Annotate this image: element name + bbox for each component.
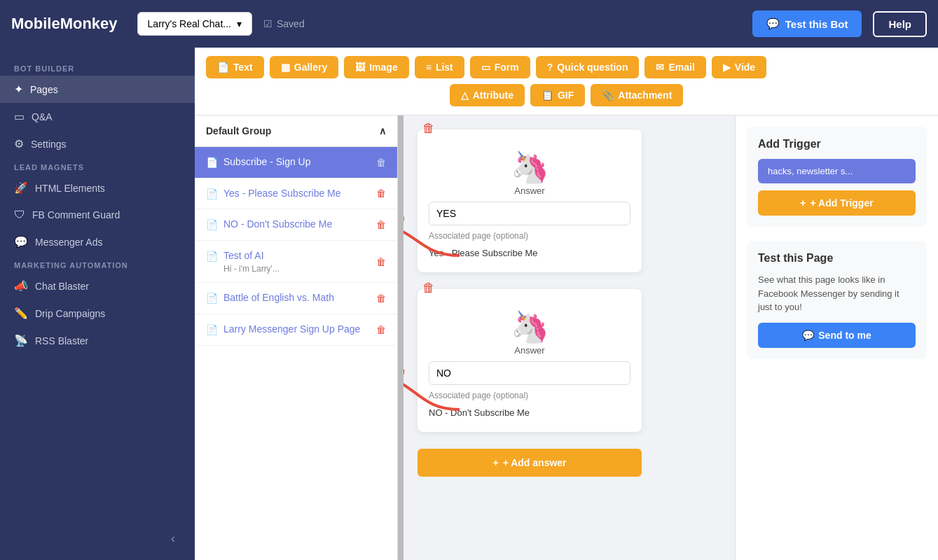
answer-block-yes: 🗑 🦄 Answer Associated page (optional) Ye… — [418, 130, 642, 272]
sidebar-item-rss-blaster[interactable]: 📡 RSS Blaster — [0, 327, 195, 354]
sidebar-item-html-elements[interactable]: 🚀 HTML Elements — [0, 174, 195, 202]
delete-page-icon[interactable]: 🗑 — [376, 188, 386, 199]
pages-panel: Default Group ∧ 📄 Subscribe - Sign Up 🗑 … — [195, 115, 398, 560]
sidebar-item-fb-comment[interactable]: 🛡 FB Comment Guard — [0, 202, 195, 228]
text-icon: 📄 — [217, 62, 229, 73]
toolbar-video-btn[interactable]: ▶ Vide — [712, 56, 766, 78]
answer-emoji-2: 🦄 — [511, 309, 549, 344]
toolbar-attachment-btn[interactable]: 📎 Attachment — [591, 84, 683, 106]
delete-page-icon[interactable]: 🗑 — [376, 157, 386, 168]
delete-page-icon[interactable]: 🗑 — [376, 324, 386, 335]
associated-value-2: NO - Don't Subscribe Me — [429, 405, 630, 421]
test-page-title: Test this Page — [758, 252, 916, 265]
sidebar-collapse-btn[interactable]: ‹ — [171, 531, 175, 546]
shield-icon: 🛡 — [14, 209, 25, 221]
delete-page-icon[interactable]: 🗑 — [376, 219, 386, 230]
sidebar-item-qa[interactable]: ▭ Q&A — [0, 103, 195, 130]
qa-icon: ▭ — [14, 110, 25, 123]
sidebar-item-drip-campaigns[interactable]: ✏️ Drip Campaigns — [0, 300, 195, 327]
delete-answer-icon-2[interactable]: 🗑 — [422, 281, 435, 295]
page-label: Subscribe - Sign Up — [223, 155, 311, 169]
html-icon: 🚀 — [14, 181, 28, 195]
toolbar-form-btn[interactable]: ▭ Form — [470, 56, 530, 78]
messenger-icon: 💬 — [766, 18, 780, 30]
settings-icon: ⚙ — [14, 137, 24, 150]
gif-icon: 📋 — [542, 90, 553, 101]
sidebar: BOT BUILDER ✦ Pages ▭ Q&A ⚙ Settings LEA… — [0, 48, 195, 560]
answer-block-2-wrapper: 🗑 🦄 Answer Associated page (optional) NO… — [418, 289, 721, 432]
page-label: Battle of English vs. Math — [223, 291, 334, 305]
email-icon: ✉ — [656, 62, 664, 73]
content-area: 📄 Text ▦ Gallery 🖼 Image ≡ List ▭ Form ? — [195, 48, 938, 560]
trigger-chip[interactable]: hacks, newsletter s... — [758, 159, 916, 183]
app-logo: MobileMonkey — [11, 15, 118, 33]
test-bot-button[interactable]: 💬 Test this Bot — [752, 10, 862, 37]
sidebar-item-messenger-ads[interactable]: 💬 Messenger Ads — [0, 228, 195, 255]
toolbar: 📄 Text ▦ Gallery 🖼 Image ≡ List ▭ Form ? — [195, 48, 938, 115]
page-label: Larry Messenger Sign Up Page — [223, 323, 360, 337]
group-label: Default Group — [206, 125, 271, 136]
help-button[interactable]: Help — [873, 11, 927, 37]
vertical-divider — [398, 115, 404, 560]
answer-emoji-1: 🦄 — [511, 150, 549, 184]
default-group-header[interactable]: Default Group ∧ — [195, 115, 397, 147]
trigger-section-title: Add Trigger — [758, 138, 916, 150]
page-item-subscribe-sign-up[interactable]: 📄 Subscribe - Sign Up 🗑 — [195, 147, 397, 178]
sidebar-item-chat-blaster[interactable]: 📣 Chat Blaster — [0, 272, 195, 300]
test-page-description: See what this page looks like in Faceboo… — [758, 273, 916, 314]
page-label: Test of AI — [223, 249, 280, 263]
answer-label-1: Answer — [429, 186, 630, 196]
page-icon: 📄 — [206, 293, 218, 304]
sidebar-item-pages[interactable]: ✦ Pages — [0, 76, 195, 103]
toolbar-attribute-btn[interactable]: △ Attribute — [450, 84, 525, 106]
answer-label-2: Answer — [429, 345, 630, 356]
toolbar-text-btn[interactable]: 📄 Text — [206, 56, 264, 78]
plus-icon: + — [800, 197, 806, 209]
answer-input-yes[interactable] — [429, 202, 630, 225]
marketing-automation-label: MARKETING AUTOMATION — [0, 255, 195, 272]
toolbar-list-btn[interactable]: ≡ List — [415, 56, 464, 78]
main-layout: BOT BUILDER ✦ Pages ▭ Q&A ⚙ Settings LEA… — [0, 48, 938, 560]
page-icon: 📄 — [206, 324, 218, 335]
associated-label-1: Associated page (optional) — [429, 231, 630, 241]
toolbar-image-btn[interactable]: 🖼 Image — [344, 56, 408, 78]
page-item-larry-sign-up[interactable]: 📄 Larry Messenger Sign Up Page 🗑 — [195, 314, 397, 346]
delete-page-icon[interactable]: 🗑 — [376, 293, 386, 304]
page-sub: Hi - i'm Larry'... — [223, 264, 280, 274]
bot-builder-label: BOT BUILDER — [0, 59, 195, 76]
lead-magnets-label: LEAD MAGNETS — [0, 158, 195, 174]
page-item-no-subscribe[interactable]: 📄 NO - Don't Subscribe Me 🗑 — [195, 209, 397, 241]
page-item-test-ai[interactable]: 📄 Test of AI Hi - i'm Larry'... 🗑 — [195, 241, 397, 284]
right-panel: Add Trigger hacks, newsletter s... + + A… — [735, 115, 938, 560]
associated-value-1: Yes - Please Subscribe Me — [429, 245, 630, 261]
answer-input-no[interactable] — [429, 361, 630, 385]
chevron-up-icon: ∧ — [379, 125, 386, 136]
trigger-section: Add Trigger hacks, newsletter s... + + A… — [747, 127, 927, 227]
sidebar-item-settings[interactable]: ⚙ Settings — [0, 130, 195, 158]
delete-answer-icon[interactable]: 🗑 — [422, 121, 435, 136]
attribute-icon: △ — [461, 90, 469, 101]
attachment-icon: 📎 — [602, 90, 614, 101]
associated-label-2: Associated page (optional) — [429, 391, 630, 400]
page-item-yes-subscribe[interactable]: 📄 Yes - Please Subscribe Me 🗑 — [195, 178, 397, 210]
workspace-label: Larry's Real Chat... — [148, 18, 231, 29]
page-item-battle-english[interactable]: 📄 Battle of English vs. Math 🗑 — [195, 283, 397, 314]
video-icon: ▶ — [723, 62, 731, 73]
rss-icon: 📡 — [14, 334, 28, 347]
toolbar-quick-question-btn[interactable]: ? Quick question — [536, 56, 640, 78]
toolbar-email-btn[interactable]: ✉ Email — [644, 56, 705, 78]
page-icon: 📄 — [206, 251, 218, 262]
add-answer-button[interactable]: + + Add answer — [418, 449, 642, 477]
page-icon: 📄 — [206, 188, 218, 200]
toolbar-gallery-btn[interactable]: ▦ Gallery — [270, 56, 338, 78]
question-icon: ? — [547, 62, 553, 73]
send-to-me-button[interactable]: 💬 Send to me — [758, 323, 916, 348]
test-page-section: Test this Page See what this page looks … — [747, 241, 927, 359]
messenger-send-icon: 💬 — [802, 330, 814, 341]
page-icon: 📄 — [206, 157, 218, 168]
answer-block-1-wrapper: 🗑 🦄 Answer Associated page (optional) Ye… — [418, 130, 721, 272]
toolbar-gif-btn[interactable]: 📋 GIF — [530, 84, 585, 106]
workspace-dropdown[interactable]: Larry's Real Chat... ▾ — [137, 12, 252, 36]
add-trigger-button[interactable]: + + Add Trigger — [758, 190, 916, 216]
delete-page-icon[interactable]: 🗑 — [376, 256, 386, 267]
